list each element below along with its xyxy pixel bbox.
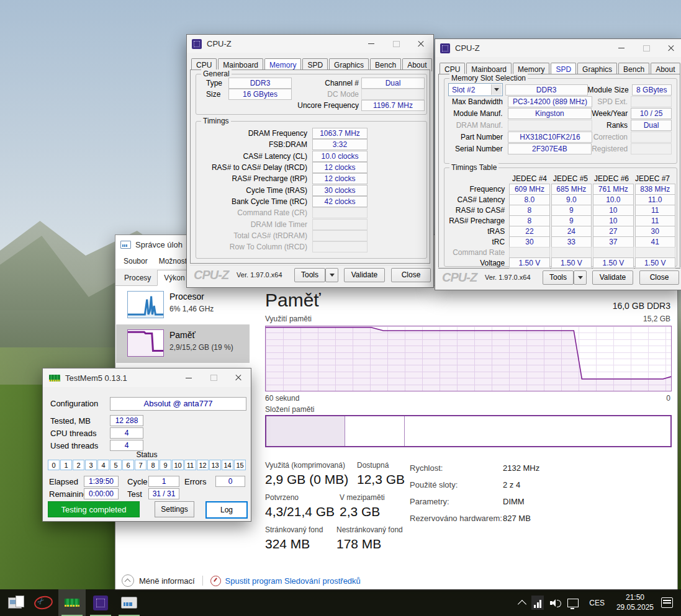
- timing-row: CAS# Latency (CL)10.0 clocks: [196, 151, 426, 162]
- table-row: Voltage1.50 V1.50 V1.50 V1.50 V: [444, 257, 677, 268]
- elapsed-value: 1:39:50: [84, 476, 119, 487]
- testmem5-titlebar[interactable]: TestMem5 0.13.1: [43, 368, 251, 387]
- slot-select[interactable]: Slot #2: [448, 83, 503, 96]
- timing-row: FSB:DRAM3:32: [196, 139, 426, 150]
- cpu-thumbnail-graph: [127, 291, 164, 318]
- minimize-button[interactable]: [359, 35, 384, 53]
- used-threads-label: Used threads: [50, 441, 98, 450]
- table-cell: 8: [509, 215, 549, 226]
- slot-right-label: SPD Ext.: [592, 97, 631, 106]
- table-cell: 11.0: [635, 194, 675, 205]
- log-button[interactable]: Log: [205, 501, 248, 519]
- open-resource-monitor-link[interactable]: Spustit program Sledování prostředků: [225, 576, 361, 586]
- table-row: CAS# Latency8.09.010.011.0: [444, 194, 677, 205]
- sidebar-item-cpu[interactable]: Procesor6% 1,46 GHz: [116, 286, 250, 324]
- table-cell: 27: [593, 226, 633, 237]
- slot-row: Serial Number2F307E4BRegistered: [444, 143, 677, 154]
- stat-cell: Stránkovaný fond324 MB: [265, 525, 323, 551]
- testing-completed-button[interactable]: Testing completed: [48, 501, 140, 517]
- slot-row: DRAM Manuf.RanksDual: [444, 119, 677, 131]
- tray-activity-icon[interactable]: [528, 589, 547, 616]
- table-row: Command Rate: [444, 247, 677, 257]
- errors-label: Errors: [184, 477, 206, 486]
- memory-composition-bar[interactable]: [265, 415, 672, 447]
- tray-action-center-icon[interactable]: [658, 589, 676, 616]
- taskbar-cpuz-icon[interactable]: [87, 589, 114, 616]
- composition-free-segment: [405, 416, 670, 446]
- tools-button[interactable]: Tools: [543, 270, 574, 285]
- validate-button[interactable]: Validate: [344, 268, 385, 282]
- cpuz-version: Ver. 1.97.0.x64: [237, 271, 282, 279]
- taskbar-task-manager-icon[interactable]: [115, 589, 143, 616]
- status-box-4: 4: [97, 460, 109, 470]
- close-button[interactable]: Close: [391, 268, 431, 282]
- close-button[interactable]: [659, 39, 681, 57]
- tray-speaker-icon[interactable]: [547, 589, 564, 616]
- cpuz-titlebar[interactable]: CPU-Z: [187, 35, 433, 53]
- stat-label: Využitá (komprimovaná): [265, 461, 348, 470]
- slot-right-value: [631, 143, 672, 154]
- stat-value: 324 MB: [265, 537, 323, 551]
- cpuz-memory-window: CPU-Z CPUMainboardMemorySPDGraphicsBench…: [186, 34, 434, 288]
- cpuz-logo: CPU-Z: [442, 270, 477, 285]
- menu-soubor[interactable]: Soubor: [118, 257, 153, 266]
- close-button[interactable]: Close: [639, 270, 679, 285]
- task-manager-title: Správce úloh: [135, 240, 183, 249]
- tray-network-icon[interactable]: [564, 589, 582, 616]
- timing-row: Command Rate (CR): [196, 207, 426, 218]
- minimize-button[interactable]: [176, 368, 201, 387]
- cpu-threads-label: CPU threads: [50, 429, 96, 438]
- composition-label: Složení paměti: [265, 405, 314, 414]
- cpuz-titlebar[interactable]: CPU-Z: [435, 39, 681, 57]
- taskbar-snipping-tool-icon[interactable]: [30, 589, 57, 616]
- timings-legend: Timings: [201, 117, 231, 125]
- cpuz-spd-window: CPU-Z CPUMainboardMemorySPDGraphicsBench…: [435, 38, 681, 290]
- table-cell: 1.50 V: [551, 257, 592, 269]
- taskbar-testmem5-icon[interactable]: [58, 589, 86, 616]
- slot-row: Max BandwidthPC3-14200 (889 MHz)SPD Ext.: [444, 96, 677, 107]
- settings-button[interactable]: Settings: [155, 501, 194, 517]
- close-button[interactable]: [408, 35, 433, 53]
- tray-expand-chevron-icon[interactable]: [516, 589, 528, 616]
- stat-label: V mezipaměti: [340, 493, 385, 502]
- close-button[interactable]: [226, 368, 251, 387]
- remaining-value: 0:00:00: [84, 488, 119, 499]
- memory-usage-graph[interactable]: [265, 326, 672, 391]
- channel-label: Channel #: [308, 79, 359, 87]
- status-box-3: 3: [85, 460, 97, 470]
- slot-row: Module Manuf.KingstonWeek/Year10 / 25: [444, 107, 677, 119]
- slot-left-label: Serial Number: [448, 145, 505, 153]
- taskbar: CES 21:50 29.05.2025: [0, 589, 681, 616]
- table-cell: 24: [551, 226, 592, 237]
- collapse-chevron-icon[interactable]: [122, 574, 134, 587]
- less-info-button[interactable]: Méně informací: [139, 576, 195, 586]
- validate-button[interactable]: Validate: [592, 270, 633, 285]
- tab-procesy[interactable]: Procesy: [118, 270, 157, 285]
- table-cell: 33: [551, 236, 592, 248]
- slot-right-label: Week/Year: [592, 109, 631, 118]
- tools-dropdown-button[interactable]: [574, 270, 587, 285]
- timings-table-legend: Timings Table: [449, 163, 498, 172]
- cpuz-version: Ver. 1.97.0.x64: [485, 274, 530, 281]
- table-row: tRAS22242730: [444, 226, 677, 236]
- general-legend: General: [201, 69, 232, 78]
- timing-label: Total CAS# (tRDRAM): [196, 231, 312, 240]
- taskbar-documents-icon[interactable]: [1, 589, 29, 616]
- stat-label: Potvrzeno: [265, 493, 335, 502]
- testmem5-app-icon: [49, 375, 60, 382]
- timings-groupbox: Timings DRAM Frequency1063.7 MHzFSB:DRAM…: [196, 121, 427, 259]
- table-row: RAS# Precharge891011: [444, 215, 677, 226]
- minimize-button[interactable]: [609, 39, 634, 57]
- tools-button[interactable]: Tools: [294, 268, 325, 282]
- timing-row: Bank Cycle Time (tRC)42 clocks: [196, 196, 426, 207]
- tools-dropdown-button[interactable]: [325, 268, 338, 282]
- timing-label: Row To Column (tRCD): [196, 243, 312, 251]
- tray-language-indicator[interactable]: CES: [582, 589, 612, 616]
- slot-row: Part NumberHX318C10FK2/16Correction: [444, 131, 677, 143]
- tray-clock[interactable]: 21:50 29.05.2025: [612, 593, 658, 612]
- slot-left-value: [508, 120, 592, 131]
- sidebar-item-memory[interactable]: Paměť2,9/15,2 GB (19 %): [116, 324, 250, 363]
- timing-row: DRAM Frequency1063.7 MHz: [196, 128, 426, 139]
- slot-left-value: 2F307E4B: [508, 143, 592, 154]
- slot-left-value: PC3-14200 (889 MHz): [508, 96, 592, 107]
